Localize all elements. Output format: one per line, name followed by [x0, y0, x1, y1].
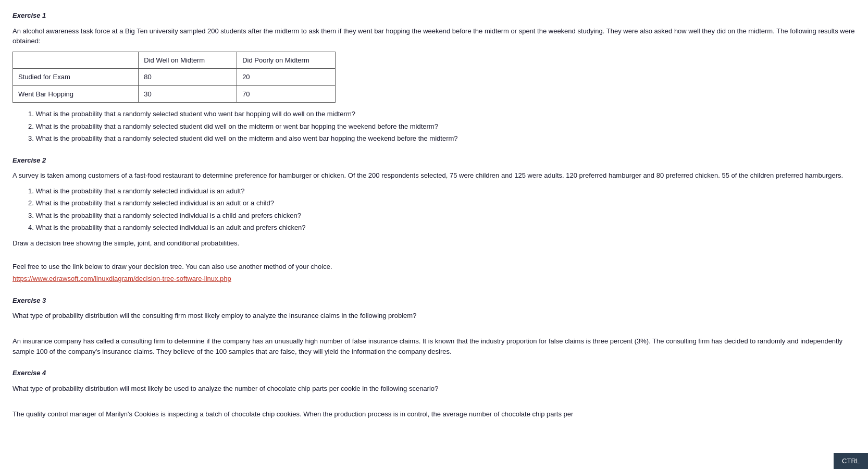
exercise-1-block: Exercise 1 An alcohol awareness task for…: [13, 10, 855, 144]
exercise-2-questions: 1. What is the probability that a random…: [23, 186, 855, 233]
list-item: 3. What is the probability that a random…: [28, 211, 855, 221]
table-header-cell: [13, 52, 139, 69]
table-cell: Studied for Exam: [13, 69, 139, 86]
list-item: 3. What is the probability that a random…: [28, 133, 855, 144]
exercise-4-description: The quality control manager of Marilyn's…: [13, 409, 855, 419]
list-item: 1. What is the probability that a random…: [28, 109, 855, 119]
exercise-3-description: An insurance company has called a consul…: [13, 336, 855, 356]
table-cell: 30: [139, 85, 237, 103]
exercise-4-question: What type of probability distribution wi…: [13, 384, 855, 394]
list-item: 2. What is the probability that a random…: [28, 198, 855, 208]
exercise-2-block: Exercise 2 A survey is taken among custo…: [13, 155, 855, 284]
list-item: 1. What is the probability that a random…: [28, 186, 855, 196]
table-cell: Went Bar Hopping: [13, 85, 139, 103]
exercise-3-title: Exercise 3: [13, 295, 855, 306]
exercise-3-block: Exercise 3 What type of probability dist…: [13, 295, 855, 357]
exercise-1-table: Did Well on MidtermDid Poorly on Midterm…: [13, 52, 336, 103]
exercise-4-title: Exercise 4: [13, 368, 855, 378]
table-cell: 80: [139, 69, 237, 86]
list-item: 2. What is the probability that a random…: [28, 121, 855, 132]
table-cell: 70: [237, 85, 336, 103]
exercise-3-question: What type of probability distribution wi…: [13, 311, 855, 321]
list-item: 4. What is the probability that a random…: [28, 223, 855, 233]
table-cell: 20: [237, 69, 336, 86]
table-header-cell: Did Poorly on Midterm: [237, 52, 336, 69]
exercise-2-title: Exercise 2: [13, 155, 855, 166]
table-row: Studied for Exam8020: [13, 69, 336, 86]
exercise-2-description: A survey is taken among customers of a f…: [13, 170, 855, 181]
decision-tree-link[interactable]: https://www.edrawsoft.com/linuxdiagram/d…: [13, 274, 855, 284]
exercise-1-description: An alcohol awareness task force at a Big…: [13, 26, 855, 46]
exercise-1-title: Exercise 1: [13, 10, 855, 21]
exercise-1-questions: 1. What is the probability that a random…: [23, 109, 855, 144]
exercise-4-block: Exercise 4 What type of probability dist…: [13, 368, 855, 419]
draw-tree-instruction: Draw a decision tree showing the simple,…: [13, 238, 855, 249]
feel-free-instruction: Feel free to use the link below to draw …: [13, 262, 855, 272]
table-row: Went Bar Hopping3070: [13, 85, 336, 103]
table-header-cell: Did Well on Midterm: [139, 52, 237, 69]
